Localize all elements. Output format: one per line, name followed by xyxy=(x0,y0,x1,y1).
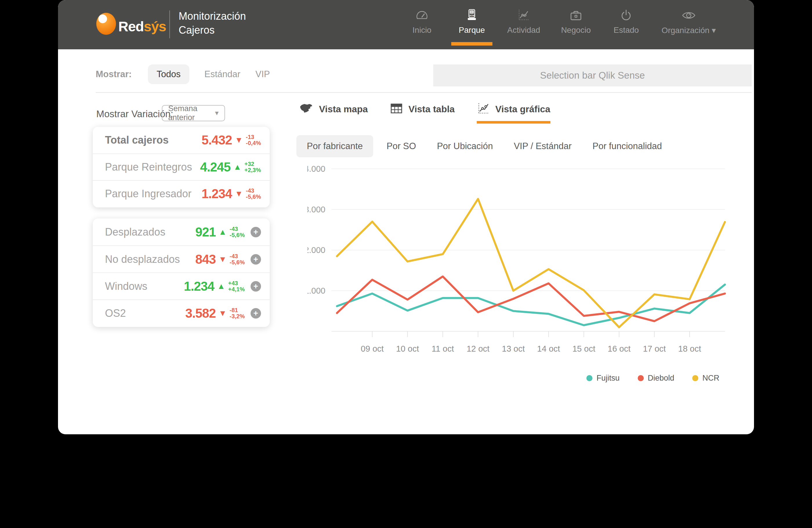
row-value: 5.432 ▼ -13 -0,4% xyxy=(202,133,261,147)
legend-label: Diebold xyxy=(648,374,675,383)
expand-plus-button[interactable]: + xyxy=(250,254,261,265)
legend-dot xyxy=(638,375,644,381)
trend-down-icon: ▼ xyxy=(235,135,243,145)
tab-label: Vista gráfica xyxy=(495,104,550,115)
main-nav: Inicio ATM Parque xyxy=(407,9,716,35)
row-value: 843 ▼ -43 -5,6% xyxy=(195,252,245,267)
section-divider xyxy=(96,92,752,93)
svg-text:3.000: 3.000 xyxy=(307,205,325,214)
svg-text:4.000: 4.000 xyxy=(307,164,325,173)
expand-plus-button[interactable]: + xyxy=(250,281,261,291)
expand-plus-button[interactable]: + xyxy=(250,308,261,318)
table-row-desplazados: Desplazados 921 ▲ -43 -5,6% + xyxy=(93,218,270,245)
delta-stack: +43 +4,1% xyxy=(228,280,245,292)
legend-label: Fujitsu xyxy=(596,374,620,383)
app-title-line2: Cajeros xyxy=(179,23,246,37)
filter-option-estandar[interactable]: Estándar xyxy=(204,69,241,80)
table-row-parque-reintegros: Parque Reintegros 4.245 ▲ +32 +2,3% xyxy=(93,154,270,180)
nav-item-inicio[interactable]: Inicio xyxy=(407,9,436,35)
nav-label: Parque xyxy=(459,26,485,35)
variation-value: Semana anterior xyxy=(168,104,214,122)
trend-up-icon: ▲ xyxy=(217,282,225,291)
power-icon xyxy=(620,9,633,22)
expand-plus-button[interactable]: + xyxy=(250,227,261,237)
app-title-line1: Monitorización xyxy=(179,9,246,23)
svg-text:2.000: 2.000 xyxy=(307,245,325,255)
brand-part-red: Red xyxy=(118,19,144,34)
nav-item-parque[interactable]: ATM Parque xyxy=(457,9,486,35)
spain-map-icon xyxy=(299,102,314,116)
row-value: 3.582 ▼ -81 -3,2% xyxy=(185,306,245,320)
table-row-os2: OS2 3.582 ▼ -81 -3,2% + xyxy=(93,299,270,326)
tab-vista-tabla[interactable]: Vista tabla xyxy=(390,102,454,116)
line-chart-icon xyxy=(477,102,490,116)
tab-vista-mapa[interactable]: Vista mapa xyxy=(299,102,368,116)
eye-icon xyxy=(681,9,696,22)
nav-item-organizacion[interactable]: Organización ▾ xyxy=(662,9,716,35)
svg-text:10 oct: 10 oct xyxy=(396,344,419,353)
tab-por-so[interactable]: Por SO xyxy=(379,135,424,157)
svg-text:ATM: ATM xyxy=(469,14,475,17)
row-value: 4.245 ▲ +32 +2,3% xyxy=(200,160,261,174)
totals-card: Total cajeros 5.432 ▼ -13 -0,4% Parque R… xyxy=(93,127,270,208)
chevron-down-icon: ▾ xyxy=(712,26,716,35)
row-label: Total cajeros xyxy=(105,134,202,146)
variation-dropdown[interactable]: Semana anterior ▼ xyxy=(162,105,225,121)
svg-text:18 oct: 18 oct xyxy=(678,344,701,353)
chevron-down-icon: ▼ xyxy=(214,110,220,117)
nav-item-estado[interactable]: Estado xyxy=(612,9,641,35)
table-row-parque-ingresador: Parque Ingresador 1.234 ▼ -43 -5,6% xyxy=(93,180,270,207)
tab-vista-grafica[interactable]: Vista gráfica xyxy=(477,102,550,116)
svg-text:13 oct: 13 oct xyxy=(502,344,525,353)
tab-por-ubicacion[interactable]: Por Ubicación xyxy=(430,135,501,157)
brand-wordmark: Redsýs xyxy=(118,18,166,34)
row-label: OS2 xyxy=(105,307,185,319)
tab-por-funcionalidad[interactable]: Por funcionalidad xyxy=(585,135,670,157)
delta-stack: -13 -0,4% xyxy=(246,134,261,146)
breakdown-tabs: Por fabricante Por SO Por Ubicación VIP … xyxy=(296,135,670,157)
row-label: Parque Reintegros xyxy=(105,161,200,173)
delta-stack: -43 -5,6% xyxy=(246,188,261,200)
delta-stack: -43 -5,6% xyxy=(230,226,245,238)
qlik-selection-bar[interactable]: Selection bar Qlik Sense xyxy=(433,65,752,86)
parque-line-chart: 1.0002.0003.0004.00009 oct10 oct11 oct12… xyxy=(307,162,737,366)
svg-text:16 oct: 16 oct xyxy=(608,344,630,353)
row-label: Parque Ingresador xyxy=(105,188,202,200)
nav-label: Actividad xyxy=(507,26,540,35)
svg-text:09 oct: 09 oct xyxy=(361,344,384,353)
delta-stack: +32 +2,3% xyxy=(245,161,261,173)
svg-text:11 oct: 11 oct xyxy=(432,344,454,353)
activity-chart-icon xyxy=(517,9,531,22)
nav-item-actividad[interactable]: Actividad xyxy=(507,9,540,35)
svg-text:12 oct: 12 oct xyxy=(467,344,490,353)
brand-part-sys: sýs xyxy=(144,19,166,34)
redsys-logo-icon xyxy=(96,13,116,35)
table-row-windows: Windows 1.234 ▲ +43 +4,1% + xyxy=(93,272,270,299)
tab-por-fabricante[interactable]: Por fabricante xyxy=(296,135,373,157)
filter-option-vip[interactable]: VIP xyxy=(256,69,270,80)
trend-up-icon: ▲ xyxy=(233,162,242,172)
nav-item-negocio[interactable]: Negocio xyxy=(561,9,591,35)
filter-option-todos[interactable]: Todos xyxy=(148,65,189,84)
svg-text:1.000: 1.000 xyxy=(307,286,325,295)
trend-up-icon: ▲ xyxy=(219,227,227,237)
legend-label: NCR xyxy=(702,374,720,383)
svg-text:15 oct: 15 oct xyxy=(572,344,595,353)
legend-item-fujitsu[interactable]: Fujitsu xyxy=(586,374,620,383)
trend-down-icon: ▼ xyxy=(219,255,227,264)
chart-legend: Fujitsu Diebold NCR xyxy=(586,374,720,383)
nav-label: Estado xyxy=(614,26,639,35)
row-label: Windows xyxy=(105,280,184,292)
app-title: Monitorización Cajeros xyxy=(179,9,246,37)
gauge-icon xyxy=(415,9,429,22)
legend-dot xyxy=(692,375,698,381)
row-value: 921 ▲ -43 -5,6% xyxy=(195,225,245,239)
legend-item-ncr[interactable]: NCR xyxy=(692,374,720,383)
table-row-total-cajeros: Total cajeros 5.432 ▼ -13 -0,4% xyxy=(93,127,270,154)
trend-down-icon: ▼ xyxy=(219,309,227,318)
legend-item-diebold[interactable]: Diebold xyxy=(638,374,675,383)
show-filter-bar: Mostrar: Todos Estándar VIP xyxy=(96,65,270,84)
mostrar-label: Mostrar: xyxy=(96,69,132,80)
tab-label: Vista tabla xyxy=(408,104,454,115)
tab-vip-estandar[interactable]: VIP / Estándar xyxy=(506,135,579,157)
